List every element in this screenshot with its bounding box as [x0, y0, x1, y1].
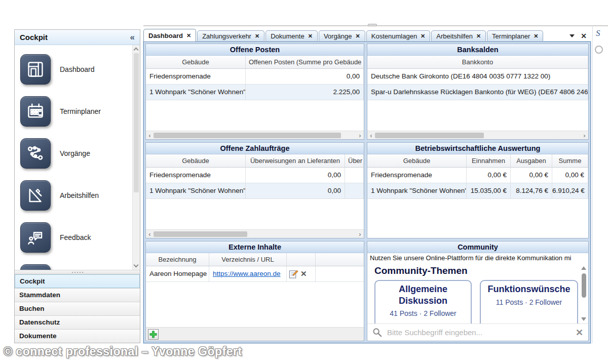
sidebar-item-label: Vorgänge — [60, 149, 90, 157]
sidebar-header: Cockpit « — [15, 30, 140, 45]
scroll-right-icon[interactable]: › — [356, 132, 364, 139]
collapse-sidebar-icon[interactable]: « — [130, 32, 135, 43]
scroll-left-icon[interactable]: ‹ — [146, 230, 154, 238]
sidebar-scrollbar[interactable] — [132, 45, 140, 270]
panel-title: Offene Zahlaufträge — [146, 143, 364, 154]
table-header: Bezeichnung Verzeichnis / URL — [146, 253, 364, 266]
process-icon — [20, 138, 51, 169]
horizontal-scrollbar[interactable]: ‹ › — [367, 131, 588, 139]
search-icon — [372, 328, 382, 337]
table-row[interactable]: Friedenspromenade 0,00 — [146, 168, 364, 183]
horizontal-scrollbar[interactable]: ‹ › — [146, 229, 364, 238]
menu-item-datenschutz[interactable]: Datenschutz — [15, 315, 140, 329]
table-row[interactable]: 1 Wohnpark "Schöner Wohnen" 15.035,00 € … — [367, 183, 588, 199]
scroll-left-icon[interactable]: ‹ — [367, 132, 375, 139]
table-header: Gebäude Offenen Posten (Summe pro Gebäud… — [146, 56, 364, 69]
scroll-left-icon[interactable]: ‹ — [146, 132, 154, 139]
menu-item-stammdaten[interactable]: Stammdaten — [15, 288, 140, 302]
clear-search-icon[interactable]: ✕ — [576, 327, 583, 338]
table-row[interactable]: Spar-u Darlehnskasse Rücklagen Bankonto … — [367, 85, 588, 100]
tab-terminplaner[interactable]: Terminplaner ✕ — [487, 30, 543, 42]
external-link[interactable]: https://www.aareon.de — [213, 270, 281, 277]
panel-bwa: Betriebswirtschaftliche Auswertung Gebäu… — [367, 142, 589, 238]
scroll-down-icon[interactable] — [581, 317, 586, 321]
close-active-tab-icon[interactable]: ✕ — [581, 32, 587, 39]
panel-externe-inhalte: Externe Inhalte Bezeichnung Verzeichnis … — [145, 241, 364, 341]
panel-banksalden: Banksalden Bankkonto Deutsche Bank Girok… — [367, 44, 589, 140]
sidebar-item-label: Terminplaner — [60, 107, 101, 115]
close-tab-icon[interactable]: ✕ — [356, 33, 360, 39]
close-tab-icon[interactable]: ✕ — [186, 32, 191, 39]
panel-title: Offene Posten — [146, 44, 364, 56]
right-edge-panel: S — [592, 26, 608, 343]
scroll-up-icon[interactable] — [134, 48, 139, 53]
scrollbar-thumb[interactable] — [134, 53, 139, 192]
close-tab-icon[interactable]: ✕ — [534, 33, 538, 39]
table-row[interactable]: 1 Wohnpark "Schöner Wohnen" 2.225,00 — [146, 85, 364, 100]
panel-title: Betriebswirtschaftliche Auswertung — [367, 143, 588, 154]
scroll-down-icon[interactable] — [134, 263, 139, 268]
community-topic-card[interactable]: Funktionswünsche 11 Posts · 2 Follower — [480, 280, 578, 323]
community-scrollbar[interactable] — [580, 265, 588, 322]
panel-offene-posten: Offene Posten Gebäude Offenen Posten (Su… — [145, 44, 364, 140]
tab-controls: ✕ — [569, 32, 592, 42]
dashboard-area: Offene Posten Gebäude Offenen Posten (Su… — [143, 42, 591, 343]
sidebar-item-partial[interactable] — [15, 259, 130, 270]
table-row[interactable]: Deutsche Bank Girokonto (DE16 4804 0035 … — [367, 69, 588, 85]
partial-icon — [20, 264, 51, 270]
panel-title: Banksalden — [367, 44, 588, 56]
sidebar-item-vorgaenge[interactable]: Vorgänge — [15, 133, 130, 174]
panel-title: Community — [367, 241, 588, 253]
edit-icon[interactable] — [289, 269, 298, 279]
tab-kostenumlagen[interactable]: Kostenumlagen ✕ — [366, 30, 431, 42]
add-entry-button[interactable] — [148, 329, 159, 340]
scrollbar-thumb[interactable] — [154, 133, 341, 138]
sidebar-item-terminplaner[interactable]: Terminplaner — [15, 91, 130, 132]
sidebar-splitter[interactable] — [15, 270, 140, 274]
sidebar-title: Cockpit — [20, 33, 48, 42]
image-caption: © connect professional – Yvonne Göpfert — [4, 345, 242, 358]
scroll-right-icon[interactable]: › — [581, 132, 588, 139]
tab-list-dropdown-icon[interactable] — [569, 34, 575, 37]
splitter-grip[interactable] — [368, 24, 377, 26]
community-search-bar: ✕ — [367, 323, 588, 341]
table-row[interactable]: Friedenspromenade 0,00 € 0,00 € 0,00 € — [367, 168, 588, 183]
sidebar-item-dashboard[interactable]: Dashboard — [15, 49, 130, 90]
delete-icon[interactable]: ✕ — [300, 266, 307, 281]
feedback-icon — [20, 222, 51, 253]
sidebar-item-feedback[interactable]: Feedback — [15, 217, 130, 258]
sidebar-item-arbeitshilfen[interactable]: Arbeitshilfen — [15, 175, 130, 216]
community-intro: Nutzen Sie unsere Online-Plattform für d… — [367, 253, 588, 264]
tab-dokumente[interactable]: Dokumente ✕ — [265, 30, 318, 42]
close-tab-icon[interactable]: ✕ — [421, 33, 425, 39]
close-tab-icon[interactable]: ✕ — [308, 33, 313, 39]
table-row[interactable]: Aareon Homepage https://www.aareon.de ✕ — [146, 266, 364, 282]
tab-arbeitshilfen[interactable]: Arbeitshilfen ✕ — [431, 30, 486, 42]
scroll-up-icon[interactable] — [581, 266, 586, 270]
table-header: Gebäude Einnahmen Ausgaben Summe — [367, 154, 588, 168]
scroll-right-icon[interactable]: › — [356, 230, 364, 238]
sidebar-item-label: Arbeitshilfen — [60, 191, 99, 199]
calendar-icon — [20, 96, 51, 127]
table-row[interactable]: 1 Wohnpark "Schöner Wohnen" 0,00 — [146, 183, 364, 199]
scrollbar-thumb[interactable] — [154, 231, 247, 237]
panel-offene-zahlauftraege: Offene Zahlaufträge Gebäude Überweisunge… — [145, 142, 364, 238]
community-topic-card[interactable]: Allgemeine Diskussion 41 Posts · 2 Follo… — [374, 280, 472, 323]
close-tab-icon[interactable]: ✕ — [476, 33, 481, 39]
table-row[interactable]: Friedenspromenade 0,00 — [146, 69, 364, 85]
edge-letter: S — [596, 28, 608, 38]
tab-vorgaenge[interactable]: Vorgänge ✕ — [319, 30, 365, 42]
close-tab-icon[interactable]: ✕ — [255, 33, 259, 39]
scrollbar-thumb[interactable] — [582, 273, 586, 298]
menu-item-dokumente[interactable]: Dokumente — [15, 329, 140, 343]
scrollbar-thumb[interactable] — [375, 133, 484, 138]
menu-item-cockpit[interactable]: Cockpit — [15, 274, 140, 288]
drafting-tools-icon — [20, 180, 51, 211]
menu-item-buchen[interactable]: Buchen — [15, 302, 140, 315]
tab-dashboard[interactable]: Dashboard ✕ — [143, 29, 196, 42]
partial-circle-icon — [595, 46, 603, 54]
tab-zahlungsverkehr[interactable]: Zahlungsverkehr ✕ — [197, 30, 264, 42]
community-themes-heading: Community-Themen — [374, 265, 579, 276]
horizontal-scrollbar[interactable]: ‹ › — [146, 131, 364, 139]
search-input[interactable] — [387, 328, 571, 337]
